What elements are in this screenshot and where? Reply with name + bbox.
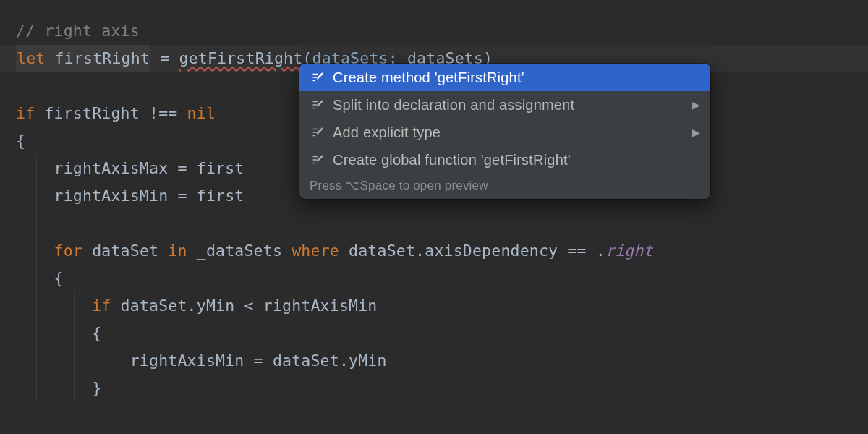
code-line: // right axis: [16, 17, 868, 45]
chevron-right-icon: ▶: [692, 127, 700, 137]
code-line: {: [16, 320, 868, 347]
pencil-icon: [311, 126, 324, 139]
intention-actions-popup: Create method 'getFirstRight'Split into …: [299, 64, 710, 199]
unresolved-symbol: getFirstRight: [179, 49, 302, 67]
keyword-nil: nil: [187, 104, 216, 122]
code-line: rightAxisMin = dataSet.yMin: [16, 347, 868, 375]
pencil-icon: [311, 71, 324, 84]
intention-action-label: Split into declaration and assignment: [333, 98, 692, 112]
code-line: if dataSet.yMin < rightAxisMin: [16, 292, 868, 320]
keyword-let: let: [17, 49, 45, 67]
keyword-in: in: [168, 242, 187, 260]
code-comment: // right axis: [16, 22, 140, 40]
intention-action-item[interactable]: Create global function 'getFirstRight': [299, 146, 710, 174]
popup-hint: Press ⌥Space to open preview: [299, 174, 710, 199]
code-line: }: [16, 375, 868, 402]
pencil-icon: [310, 71, 326, 84]
keyword-if: if: [16, 104, 35, 122]
code-line: for dataSet in _dataSets where dataSet.a…: [16, 237, 868, 265]
pencil-icon: [310, 98, 326, 111]
keyword-where: where: [292, 242, 339, 260]
pencil-icon: [310, 126, 326, 139]
intention-action-label: Create method 'getFirstRight': [333, 70, 700, 85]
intention-action-item[interactable]: Add explicit type▶: [299, 119, 710, 146]
pencil-icon: [310, 153, 326, 166]
intention-action-item[interactable]: Split into declaration and assignment▶: [299, 91, 710, 119]
code-line-blank: [16, 210, 868, 237]
keyword-if: if: [92, 297, 111, 315]
intention-action-label: Add explicit type: [333, 125, 692, 140]
chevron-right-icon: ▶: [692, 100, 700, 110]
intention-action-item[interactable]: Create method 'getFirstRight': [299, 64, 710, 91]
pencil-icon: [311, 153, 324, 166]
intention-action-label: Create global function 'getFirstRight': [333, 153, 700, 167]
keyword-for: for: [54, 242, 82, 260]
pencil-icon: [311, 98, 324, 111]
code-editor[interactable]: // right axis let firstRight = getFirstR…: [0, 0, 868, 434]
code-line: {: [16, 265, 868, 292]
